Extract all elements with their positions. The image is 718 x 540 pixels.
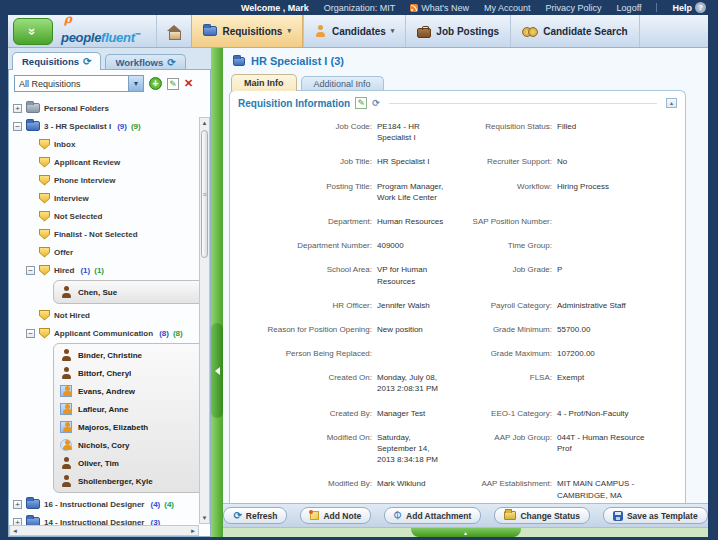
- expand-minus-icon[interactable]: [26, 266, 35, 275]
- logoff-link[interactable]: Logoff: [617, 3, 642, 13]
- whats-new-link[interactable]: What's New: [410, 3, 469, 13]
- nav-tab-requisitions[interactable]: Requisitions: [191, 15, 303, 47]
- privacy-policy-link[interactable]: Privacy Policy: [546, 3, 602, 13]
- requisition-tree: Personal Folders 3 - HR Specialist I (9)…: [9, 97, 210, 536]
- scroll-left-icon[interactable]: ◄: [10, 526, 20, 536]
- candidate-item[interactable]: Evans, Andrew: [60, 382, 198, 400]
- tree-step-phone-interview[interactable]: Phone Interview: [13, 171, 196, 189]
- quick-launch-button[interactable]: [13, 18, 53, 45]
- count-total: (9): [117, 122, 127, 131]
- field-value: 55700.00: [557, 324, 647, 335]
- candidate-item[interactable]: Shollenberger, Kyle: [60, 472, 198, 490]
- delete-folder-button[interactable]: [184, 78, 193, 89]
- sidebar-horizontal-scrollbar[interactable]: ◄ ►: [9, 525, 199, 536]
- help-link[interactable]: Help: [672, 2, 706, 13]
- refresh-icon[interactable]: [372, 99, 380, 108]
- candidate-item[interactable]: Binder, Christine: [60, 346, 198, 364]
- tree-step-offer[interactable]: Offer: [13, 243, 196, 261]
- workflow-step-icon: [39, 211, 50, 222]
- nav-tab-candidate-search[interactable]: Candidate Search: [510, 15, 639, 47]
- pane-splitter[interactable]: [211, 48, 223, 537]
- expand-plus-icon[interactable]: [13, 500, 22, 509]
- my-account-link[interactable]: My Account: [484, 3, 531, 13]
- tree-node-personal-folders[interactable]: Personal Folders: [13, 99, 196, 117]
- refresh-button[interactable]: Refresh: [223, 507, 287, 524]
- save-as-template-button[interactable]: Save as Template: [603, 507, 708, 524]
- scrollbar-thumb[interactable]: [201, 130, 208, 258]
- candidate-item[interactable]: Oliver, Tim: [60, 454, 198, 472]
- expand-minus-icon[interactable]: [13, 122, 22, 131]
- field-label: AAP Establishment:: [450, 478, 552, 500]
- collapse-section-icon[interactable]: [666, 98, 677, 108]
- count-active: (8): [173, 329, 183, 338]
- tree-step-hired[interactable]: Hired (1)(1): [13, 261, 196, 279]
- section-title: Requisition Information: [238, 98, 350, 109]
- candidate-item[interactable]: Majoros, Elizabeth: [60, 418, 198, 436]
- tree-step-applicant-review[interactable]: Applicant Review: [13, 153, 196, 171]
- candidate-item[interactable]: Nichols, Cory: [60, 436, 198, 454]
- expand-plus-icon[interactable]: [13, 104, 22, 113]
- field-label: Department:: [232, 216, 372, 227]
- refresh-icon[interactable]: [83, 57, 91, 67]
- dropdown-arrow-icon: [128, 76, 143, 91]
- field-value: Monday, July 08, 2013 2:08:31 PM: [377, 372, 445, 394]
- scroll-down-icon[interactable]: ▼: [200, 513, 209, 523]
- home-icon: [166, 25, 182, 38]
- field-label: HR Officer:: [232, 300, 372, 311]
- field-value: Saturday, September 14, 2013 8:34:18 PM: [377, 432, 445, 466]
- edit-folder-button[interactable]: [167, 78, 179, 90]
- requisition-fields: Job Code: PE184 - HR Specialist I Requis…: [230, 111, 685, 501]
- topbar-divider: [656, 3, 657, 12]
- main-content: HR Specialist I (3) Main Info Additional…: [223, 48, 708, 537]
- edit-requisition-button[interactable]: [355, 97, 367, 109]
- add-folder-button[interactable]: [149, 77, 162, 90]
- nav-tab-candidates[interactable]: Candidates: [303, 15, 405, 47]
- field-label: Department Number:: [232, 240, 372, 251]
- nav-home-button[interactable]: [156, 15, 191, 47]
- bottom-collapse-bar: [223, 527, 708, 537]
- collapse-bottom-handle[interactable]: [411, 528, 521, 537]
- field-label: Job Grade:: [450, 264, 552, 286]
- field-label: Recruiter Support:: [450, 156, 552, 167]
- tree-step-applicant-communication[interactable]: Applicant Communication (8)(8): [13, 324, 196, 342]
- tree-step-finalist-not-selected[interactable]: Finalist - Not Selected: [13, 225, 196, 243]
- requisition-filter-select[interactable]: All Requisitions: [14, 75, 144, 92]
- change-status-button[interactable]: Change Status: [494, 507, 590, 524]
- refresh-icon: [233, 511, 241, 521]
- expand-minus-icon[interactable]: [26, 329, 35, 338]
- person-desk-icon: [60, 286, 72, 298]
- tree-step-not-selected[interactable]: Not Selected: [13, 207, 196, 225]
- candidate-item[interactable]: Lafleur, Anne: [60, 400, 198, 418]
- scroll-up-icon[interactable]: ▲: [200, 118, 209, 128]
- add-note-button[interactable]: Add Note: [300, 507, 371, 524]
- sidebar-tab-requisitions[interactable]: Requisitions: [12, 52, 101, 70]
- candidate-item[interactable]: Chen, Sue: [60, 283, 198, 301]
- tree-node-requisition-16[interactable]: 16 - Instructional Designer (4)(4): [13, 495, 196, 513]
- collapse-sidebar-handle[interactable]: [211, 323, 223, 418]
- nav-tab-job-postings[interactable]: Job Postings: [405, 15, 510, 47]
- tree-step-interview[interactable]: Interview: [13, 189, 196, 207]
- tab-main-info[interactable]: Main Info: [231, 74, 297, 91]
- save-disk-icon: [613, 511, 623, 521]
- main-tab-strip: Main Info Additional Info: [223, 71, 708, 91]
- person-desk-icon: [60, 457, 72, 469]
- tree-step-inbox[interactable]: Inbox: [13, 135, 196, 153]
- scroll-right-icon[interactable]: ►: [188, 526, 198, 536]
- action-button-bar: Refresh Add Note Add Attachment Change S…: [223, 503, 708, 527]
- requisitions-folder-icon: [203, 26, 217, 36]
- sidebar-vertical-scrollbar[interactable]: ▲ ▼: [199, 117, 210, 524]
- tree-node-requisition-3[interactable]: 3 - HR Specialist I (9)(9): [13, 117, 196, 135]
- refresh-icon[interactable]: [167, 58, 175, 68]
- add-attachment-button[interactable]: Add Attachment: [384, 507, 481, 524]
- sidebar-panel: All Requisitions Personal Folders 3 - HR…: [8, 69, 211, 537]
- field-value: No: [557, 156, 647, 167]
- double-chevron-icon: [26, 28, 39, 35]
- workflow-step-icon: [39, 139, 50, 150]
- field-label: EEO-1 Category:: [450, 408, 552, 419]
- workflow-step-icon: [39, 193, 50, 204]
- requisition-information-panel: Requisition Information Job Code: PE184 …: [229, 90, 686, 503]
- tree-step-not-hired[interactable]: Not Hired: [13, 306, 196, 324]
- candidate-item[interactable]: Bittorf, Cheryl: [60, 364, 198, 382]
- sidebar-tab-workflows[interactable]: Workflows: [105, 54, 185, 70]
- tab-additional-info[interactable]: Additional Info: [301, 76, 384, 91]
